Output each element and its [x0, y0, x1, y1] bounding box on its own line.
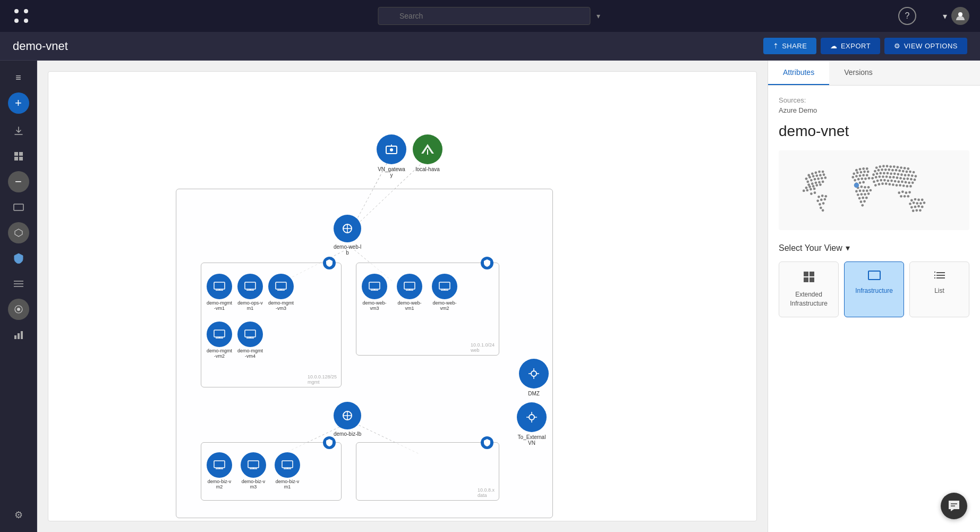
demo-web-vm2-node[interactable]: demo-web-vm2 — [432, 274, 457, 311]
tab-attributes[interactable]: Attributes — [768, 61, 829, 85]
demo-mgmt-vm1-node[interactable]: demo-mgmt-vm1 — [207, 274, 232, 311]
view-option-extended-infrastructure[interactable]: Extended Infrastructure — [779, 261, 839, 317]
svg-rect-260 — [868, 271, 880, 280]
search-input[interactable] — [378, 7, 590, 25]
svg-point-87 — [823, 173, 825, 176]
share-button[interactable]: ⇡ SHARE — [763, 38, 817, 54]
svg-point-107 — [813, 188, 816, 190]
svg-point-150 — [870, 189, 872, 192]
svg-point-80 — [818, 171, 821, 173]
view-option-infrastructure[interactable]: Infrastructure — [844, 261, 904, 317]
hamburger-icon[interactable]: ≡ — [8, 67, 29, 88]
shield-icon[interactable] — [8, 248, 29, 269]
svg-point-224 — [885, 182, 888, 185]
svg-point-118 — [820, 207, 822, 209]
svg-point-198 — [879, 175, 881, 178]
svg-point-147 — [859, 190, 862, 192]
demo-biz-vm2-node[interactable]: demo-biz-vm2 — [207, 452, 232, 489]
demo-web-lb-node[interactable]: demo-web-lb — [334, 215, 361, 256]
zoom-out-button[interactable]: − — [8, 171, 29, 192]
data-subnet-label: 10.0.8.xdata — [478, 487, 495, 498]
svg-point-105 — [806, 189, 808, 192]
extended-infrastructure-icon — [803, 271, 815, 286]
list-icon[interactable] — [8, 273, 29, 294]
svg-point-233 — [901, 190, 904, 193]
svg-point-89 — [810, 179, 813, 182]
svg-rect-259 — [809, 277, 814, 282]
app-logo[interactable] — [11, 5, 32, 27]
view-options-button[interactable]: ⚙ VIEW OPTIONS — [884, 38, 967, 54]
svg-point-203 — [896, 176, 899, 179]
svg-point-255 — [854, 183, 859, 188]
export-button[interactable]: ☁ EXPORT — [821, 38, 880, 54]
svg-point-181 — [909, 171, 911, 173]
svg-point-98 — [822, 181, 824, 183]
svg-point-197 — [875, 176, 877, 179]
sources-value: Azure Demo — [779, 106, 969, 114]
settings-icon[interactable]: ⚙ — [8, 504, 29, 526]
record-icon[interactable] — [8, 299, 29, 320]
dmz-node[interactable]: DMZ — [519, 359, 549, 396]
tab-versions[interactable]: Versions — [829, 61, 888, 85]
demo-biz-vm3-node[interactable]: demo-biz-vm3 — [241, 452, 266, 489]
svg-point-138 — [868, 177, 871, 180]
svg-point-204 — [899, 177, 902, 180]
svg-rect-46 — [369, 282, 380, 289]
svg-point-154 — [867, 192, 870, 195]
diagram-canvas[interactable]: VN_gateway local-hava — [48, 71, 757, 521]
user-area[interactable]: ▾ — [943, 7, 969, 25]
svg-point-72 — [529, 415, 534, 420]
canvas-area[interactable]: VN_gateway local-hava — [37, 61, 768, 532]
svg-rect-256 — [804, 272, 808, 276]
demo-web-vm1-node[interactable]: demo-web-vm1 — [397, 274, 422, 311]
zoom-in-button[interactable]: + — [8, 92, 29, 114]
demo-biz-vm1-node[interactable]: demo-biz-vm1 — [275, 452, 300, 489]
svg-point-67 — [531, 371, 536, 376]
demo-mgmt-vm4-node[interactable]: demo-mgmt-vm4 — [237, 322, 263, 359]
svg-point-226 — [892, 183, 894, 186]
search-dropdown-arrow[interactable]: ▾ — [594, 10, 602, 22]
download-icon[interactable] — [8, 120, 29, 141]
svg-point-156 — [862, 197, 864, 199]
data-subnet: 10.0.8.xdata — [356, 442, 499, 501]
demo-biz-vm3-label: demo-biz-vm3 — [241, 479, 266, 489]
demo-web-vm3-node[interactable]: demo-web-vm3 — [362, 274, 387, 311]
vn-gateway-node[interactable]: VN_gateway — [377, 134, 406, 178]
top-navbar: 🔍 ▾ ? ▾ — [0, 0, 980, 32]
screen-icon[interactable] — [8, 197, 29, 218]
svg-point-239 — [910, 199, 913, 202]
analytics-icon[interactable] — [8, 324, 29, 345]
svg-point-129 — [851, 176, 854, 179]
demo-ops-vm1-node[interactable]: demo-ops-vm1 — [237, 274, 263, 311]
svg-point-184 — [876, 172, 879, 175]
help-icon[interactable]: ? — [898, 7, 916, 25]
demo-web-vm1-label: demo-web-vm1 — [397, 300, 422, 311]
svg-point-247 — [923, 201, 926, 204]
chat-widget[interactable] — [941, 493, 967, 519]
local-hava-node[interactable]: local-hava — [413, 134, 442, 172]
svg-point-252 — [912, 209, 915, 212]
svg-point-243 — [909, 202, 911, 205]
svg-point-193 — [907, 174, 910, 176]
svg-point-113 — [816, 199, 819, 202]
to-external-vn-node[interactable]: To_ExternalVN — [517, 402, 547, 446]
demo-biz-lb-node[interactable]: demo-biz-lb — [334, 402, 361, 437]
svg-point-231 — [909, 185, 912, 188]
svg-point-3 — [24, 19, 28, 23]
svg-point-182 — [913, 171, 915, 174]
grid-icon[interactable] — [8, 146, 29, 167]
3d-box-icon[interactable] — [8, 222, 29, 243]
left-sidebar: ≡ + − ⚙ — [0, 61, 37, 532]
select-view-header: Select Your View ▾ — [779, 243, 969, 253]
svg-rect-257 — [809, 272, 814, 276]
world-map — [779, 150, 969, 230]
svg-point-212 — [883, 179, 886, 182]
view-option-list[interactable]: List — [909, 261, 969, 317]
svg-point-170 — [907, 167, 909, 170]
demo-mgmt-vm2-node[interactable]: demo-mgmt-vm2 — [207, 322, 232, 359]
to-external-vn-label: To_ExternalVN — [518, 434, 546, 446]
svg-point-206 — [906, 178, 909, 180]
demo-mgmt-vm3-label: demo-mgmt-vm3 — [268, 300, 294, 311]
demo-mgmt-vm3-node[interactable]: demo-mgmt-vm3 — [268, 274, 294, 311]
svg-point-124 — [853, 172, 855, 175]
